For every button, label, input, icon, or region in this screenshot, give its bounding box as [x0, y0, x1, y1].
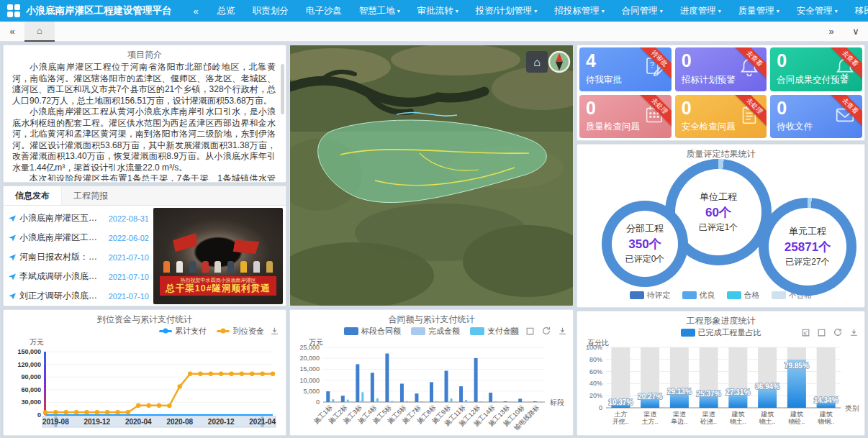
paper-plane-icon	[8, 292, 17, 301]
toolbox-refresh-icon[interactable]	[833, 327, 843, 337]
news-item[interactable]: 小浪底南岸灌区五干渠1#...2022-08-31	[8, 209, 152, 228]
tabs-dropdown-icon[interactable]: ∨	[844, 26, 868, 37]
stat-cards-panel: 4 待我审批 ? 待审批 0 招标计划预警 去查看 0	[577, 45, 865, 141]
svg-text:14.34%: 14.34%	[814, 396, 838, 404]
svg-text:20,000: 20,000	[299, 355, 320, 362]
chart-title: 合同额与累计支付统计	[290, 310, 573, 324]
svg-text:万元: 万元	[30, 338, 44, 346]
legend-excellent[interactable]: 优良	[682, 290, 715, 301]
nav-item-invest-plan[interactable]: 投资/计划管理▾	[467, 5, 546, 17]
news-item[interactable]: 河南日报农村版：小浪底...2021-07-10	[8, 247, 152, 267]
map-canvas[interactable]: ⌂	[290, 45, 573, 306]
card-label: 招标计划预警	[682, 74, 736, 86]
svg-text:30,000: 30,000	[21, 398, 41, 406]
legend-completed-ratio[interactable]: 已完成工程量占比	[681, 327, 761, 338]
chevron-down-icon: ▾	[534, 8, 537, 14]
legend-qualified[interactable]: 合格	[727, 290, 760, 301]
toolbox-refresh-icon[interactable]	[541, 326, 551, 336]
chevron-down-icon: ▾	[718, 8, 721, 14]
legend-contract-amount[interactable]: 标段合同额	[344, 326, 401, 337]
card-safety-issues[interactable]: 0 安全检查问题 去处理	[675, 95, 767, 139]
download-icon[interactable]	[558, 327, 567, 336]
legend-marker	[159, 330, 172, 332]
card-contract-delivery-alert[interactable]: 0 合同成果交付预警 去查看	[770, 47, 862, 91]
card-pending-approval[interactable]: 4 待我审批 ? 待审批	[579, 47, 672, 91]
news-item[interactable]: 小浪底南岸灌区工程总干...2022-06-02	[8, 228, 152, 247]
legend-marker	[470, 327, 484, 335]
tabs-collapse-icon[interactable]: «	[0, 26, 24, 37]
nav-item-overview[interactable]: 总览	[209, 5, 244, 17]
legend-marker	[681, 329, 695, 337]
news-item[interactable]: 李斌成调研小浪底南岸灌...2021-07-10	[8, 267, 152, 286]
svg-text:10,000: 10,000	[299, 377, 320, 384]
svg-text:60%: 60%	[589, 368, 602, 375]
svg-text:2019-12: 2019-12	[83, 418, 110, 426]
download-icon[interactable]	[849, 328, 859, 337]
news-item[interactable]: 刘正才调研小浪底南岸灌...2021-07-10	[8, 286, 152, 306]
nav-item-bidding[interactable]: 招投标管理▾	[546, 5, 613, 17]
legend-marker	[344, 327, 358, 335]
nav-item-quality[interactable]: 质量管理▾	[730, 5, 788, 17]
svg-text:物土..: 物土..	[759, 418, 776, 425]
chevron-down-icon: ▾	[777, 8, 779, 14]
photo-banner: 热烈祝贺中水四局小浪底南岸灌区 总干渠10#隧洞顺利贯通	[160, 276, 276, 296]
svg-text:建筑: 建筑	[731, 411, 744, 418]
panel-title: 项目简介	[4, 45, 286, 60]
svg-text:150,000: 150,000	[17, 348, 41, 355]
toolbox-restore-icon[interactable]	[525, 327, 535, 336]
nav-item-approval[interactable]: 审批流转▾	[409, 5, 467, 17]
nav-item-duty[interactable]: 职责划分	[244, 5, 297, 17]
svg-text:10.37%: 10.37%	[608, 398, 633, 406]
svg-text:砼浇..: 砼浇..	[700, 418, 717, 425]
menu-collapse-icon[interactable]: «	[194, 6, 199, 17]
card-files-to-receive[interactable]: 0 待收文件 去查看	[770, 95, 862, 139]
svg-text:⌂: ⌂	[533, 56, 541, 68]
svg-text:渠道: 渠道	[673, 411, 686, 418]
nav-item-safety[interactable]: 安全管理▾	[788, 5, 846, 17]
toolbox-restore-icon[interactable]	[817, 328, 826, 337]
nav-item-resettlement[interactable]: 移民征迁▾	[846, 5, 868, 17]
news-photo[interactable]: 热烈祝贺中水四局小浪底南岸灌区 总干渠10#隧洞顺利贯通	[153, 208, 283, 304]
project-intro-text: 小浪底南岸灌区工程位于河南省洛阳市北部邙岭地区，北靠黄河，南临洛河。灌区辖洛阳市…	[4, 60, 286, 181]
legend-cumulative-payment[interactable]: 累计支付	[159, 326, 207, 337]
toolbox-magic-bar-icon[interactable]	[510, 327, 519, 336]
tab-home[interactable]: ⌂	[24, 22, 55, 42]
svg-text:0: 0	[599, 404, 602, 411]
svg-text:60,000: 60,000	[21, 386, 41, 393]
svg-text:百分比: 百分比	[587, 339, 609, 347]
svg-text:0: 0	[316, 398, 320, 406]
chevron-down-icon: ▾	[456, 8, 458, 14]
svg-text:36.94%: 36.94%	[755, 383, 779, 391]
card-bid-plan-alert[interactable]: 0 招标计划预警 去查看	[675, 47, 767, 91]
scrollbar[interactable]	[281, 64, 284, 114]
fund-chart-canvas[interactable]: 030,00060,00090,000120,000150,000万元2019-…	[4, 337, 281, 435]
tab-info-release[interactable]: 信息发布	[4, 186, 62, 205]
chart-title: 工程形象进度统计	[577, 311, 864, 326]
tabs-forward-icon[interactable]: »	[819, 26, 844, 37]
map-panel: ⌂	[289, 45, 574, 306]
legend-completed-amount[interactable]: 完成金额	[411, 326, 460, 337]
map-home-button[interactable]: ⌂	[526, 51, 548, 73]
chevron-down-icon: ▾	[602, 8, 605, 14]
legend-funds-in-place[interactable]: 到位资金	[217, 326, 264, 337]
nav-item-smartsite[interactable]: 智慧工地▾	[351, 5, 409, 17]
svg-text:2020-04: 2020-04	[125, 418, 152, 426]
toolbox-magic-bar-icon[interactable]	[801, 328, 810, 337]
svg-text:土方..: 土方..	[642, 418, 659, 425]
tab-bar: « ⌂ » ∨	[0, 22, 868, 42]
nav-item-sandbox[interactable]: 电子沙盘	[297, 5, 351, 17]
workers-row	[163, 261, 272, 273]
nav-item-contract[interactable]: 合同管理▾	[613, 5, 672, 17]
svg-text:5,000: 5,000	[303, 388, 320, 395]
card-quality-issues[interactable]: 0 质量检查问题 去处理	[579, 95, 672, 139]
nav-item-progress[interactable]: 进度管理▾	[672, 5, 730, 17]
svg-text:建筑: 建筑	[790, 411, 803, 418]
app-logo-icon	[7, 4, 20, 17]
svg-text:29.13%: 29.13%	[667, 388, 692, 396]
map-compass-icon[interactable]	[549, 52, 569, 72]
svg-text:建筑: 建筑	[760, 411, 774, 418]
tab-project-brief[interactable]: 工程简报	[62, 186, 119, 205]
legend-to-evaluate[interactable]: 待评定	[630, 290, 671, 301]
download-icon[interactable]	[270, 326, 279, 339]
progress-chart-canvas: 020%40%60%80%100%百分比类别10.37%土方开挖..20.27%…	[577, 339, 861, 437]
